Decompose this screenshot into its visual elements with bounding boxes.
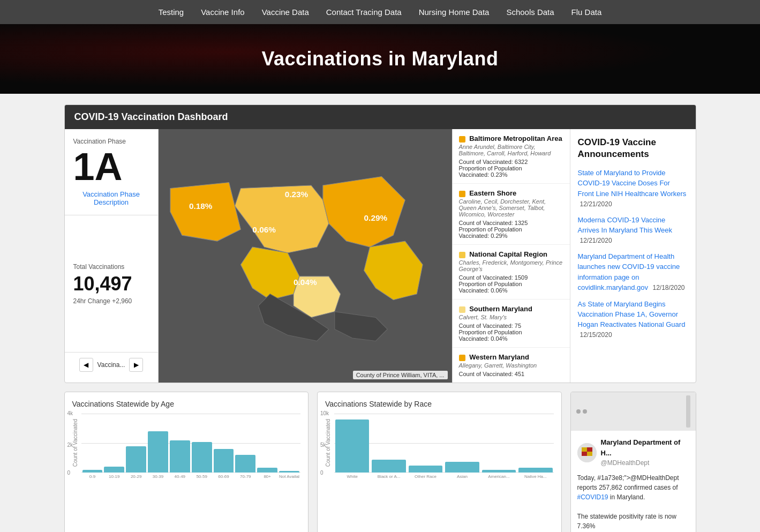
vaccination-phase-box: Vaccination Phase 1A Vaccination Phase D… — [65, 129, 158, 215]
age-x-label: 70-79 — [235, 474, 255, 479]
dashboard-body: Vaccination Phase 1A Vaccination Phase D… — [65, 129, 696, 383]
map-nav-controls: ◀ Vaccina... ▶ — [65, 352, 158, 377]
announcement-2-link[interactable]: Moderna COVID-19 Vaccine Arrives In Mary… — [578, 216, 673, 234]
announcement-1-date: 12/21/2020 — [580, 200, 612, 208]
age-bar — [148, 431, 168, 473]
race-x-label: Native Ha... — [518, 474, 552, 479]
nav-flu-data[interactable]: Flu Data — [571, 8, 602, 17]
region-panel: Baltimore Metropolitan Area Anne Arundel… — [452, 129, 570, 383]
age-y-2k: 2k — [67, 442, 73, 448]
age-bar — [257, 468, 277, 473]
social-account: Maryland Department of H... @MDHealthDep… — [577, 437, 689, 468]
region-ncr-icon — [459, 252, 465, 258]
announcement-1: State of Maryland to Provide COVID-19 Va… — [578, 168, 688, 208]
social-panel: Maryland Department of H... @MDHealthDep… — [570, 392, 696, 532]
age-bar — [170, 440, 190, 473]
dot-2 — [583, 409, 587, 414]
race-bar — [482, 470, 516, 473]
map-pct-western: 0.18% — [189, 201, 212, 211]
age-bar — [214, 449, 234, 473]
age-x-label: 30-39 — [148, 474, 168, 479]
race-x-label: American... — [482, 474, 516, 479]
race-chart-card: Vaccinations Statewide by Race Count of … — [317, 392, 562, 532]
race-bar — [372, 460, 405, 473]
region-western-md[interactable]: Western Maryland Allegany, Garrett, Wash… — [453, 348, 570, 383]
nav-schools[interactable]: Schools Data — [506, 8, 554, 17]
age-x-label: 60-69 — [214, 474, 234, 479]
map-pct-southern: 0.04% — [294, 278, 317, 287]
social-body: Maryland Department of H... @MDHealthDep… — [571, 431, 696, 532]
main-content: COVID-19 Vaccination Dashboard Vaccinati… — [59, 104, 702, 532]
prev-button[interactable]: ◀ — [79, 358, 93, 372]
dashboard-card: COVID-19 Vaccination Dashboard Vaccinati… — [64, 104, 696, 383]
nav-contact-tracing[interactable]: Contact Tracing Data — [326, 8, 402, 17]
region-southern-md[interactable]: Southern Maryland Calvert, St. Mary's Co… — [453, 299, 570, 348]
map-pct-central: 0.23% — [284, 190, 308, 199]
left-panel: Vaccination Phase 1A Vaccination Phase D… — [65, 129, 159, 383]
next-button[interactable]: ▶ — [129, 358, 143, 372]
race-chart-title: Vaccinations Statewide by Race — [325, 400, 554, 408]
announcements-panel: COVID-19 Vaccine Announcements State of … — [570, 129, 696, 383]
total-vaccinations-value: 10,497 — [73, 273, 149, 295]
age-bar — [192, 442, 212, 473]
announcement-3-date: 12/18/2020 — [652, 284, 684, 291]
vaccination-phase-link[interactable]: Vaccination Phase Description — [73, 190, 149, 206]
age-bar — [104, 467, 124, 473]
announcement-4-link[interactable]: As State of Maryland Begins Vaccination … — [578, 300, 686, 328]
total-vaccinations-box: Total Vaccinations 10,497 24hr Change +2… — [65, 215, 158, 352]
age-y-axis-label: Count of Vaccinated — [72, 419, 78, 467]
region-south-icon — [459, 306, 465, 313]
announcements-title: COVID-19 Vaccine Announcements — [578, 137, 688, 160]
map-pct-ncr: 0.06% — [252, 225, 276, 234]
age-x-label: 20-29 — [126, 474, 146, 479]
western-md-region[interactable] — [170, 183, 240, 242]
age-chart-title: Vaccinations Statewide by Age — [72, 400, 301, 408]
race-x-label: White — [335, 474, 369, 479]
social-dots — [576, 409, 587, 414]
region-balt-name: Baltimore Metropolitan Area — [459, 134, 563, 143]
region-west-icon — [459, 355, 465, 361]
hero-banner: Vaccinations in Maryland — [0, 24, 760, 94]
race-y-10k: 10k — [320, 410, 329, 416]
race-x-label: Other Race — [409, 474, 442, 479]
announcement-3: Maryland Department of Health launches n… — [578, 251, 688, 293]
age-x-label: Not Available — [279, 474, 299, 479]
region-baltimore-metro[interactable]: Baltimore Metropolitan Area Anne Arundel… — [453, 129, 570, 184]
social-name: Maryland Department of H... — [601, 437, 689, 458]
dashboard-header: COVID-19 Vaccination Dashboard — [65, 105, 696, 129]
nav-nursing-home[interactable]: Nursing Home Data — [419, 8, 490, 17]
nav-vaccine-info[interactable]: Vaccine Info — [201, 8, 244, 17]
nav-label: Vaccina... — [97, 361, 125, 369]
announcement-4: As State of Maryland Begins Vaccination … — [578, 299, 688, 340]
announcement-2: Moderna COVID-19 Vaccine Arrives In Mary… — [578, 215, 688, 245]
map-panel: 0.18% 0.23% 0.06% 0.29% 0.04% County of … — [159, 129, 452, 383]
hero-title: Vaccinations in Maryland — [261, 48, 498, 70]
age-bar — [126, 446, 146, 473]
region-ncr[interactable]: National Capital Region Charles, Frederi… — [453, 245, 570, 299]
social-tweet: Today, #1a73e8;">@MDHealthDept reports 2… — [577, 473, 689, 532]
total-vaccinations-change: 24hr Change +2,960 — [73, 297, 149, 305]
age-bar — [279, 471, 299, 473]
race-bar — [409, 466, 442, 473]
social-handle: @MDHealthDept — [601, 458, 689, 468]
nav-testing[interactable]: Testing — [159, 8, 184, 17]
social-scrollbar[interactable] — [686, 395, 690, 428]
maryland-map-svg: 0.18% 0.23% 0.06% 0.29% 0.04% — [159, 129, 452, 383]
main-nav: Testing Vaccine Info Vaccine Data Contac… — [0, 0, 760, 24]
total-vaccinations-label: Total Vaccinations — [73, 263, 149, 271]
age-x-label: 0-9 — [82, 474, 103, 479]
race-bar — [445, 462, 479, 473]
announcement-1-link[interactable]: State of Maryland to Provide COVID-19 Va… — [578, 169, 687, 197]
svg-rect-6 — [582, 452, 587, 456]
race-bar — [518, 468, 552, 473]
social-avatar — [577, 443, 597, 462]
region-east-name: Eastern Shore — [459, 189, 563, 197]
age-y-4k: 4k — [67, 410, 73, 416]
age-bar — [82, 470, 103, 473]
region-eastern-shore[interactable]: Eastern Shore Caroline, Cecil, Dorcheste… — [453, 184, 570, 245]
social-header-bar — [571, 392, 696, 431]
bottom-row: Vaccinations Statewide by Age Count of V… — [64, 392, 696, 532]
region-east-icon — [459, 191, 465, 197]
nav-vaccine-data[interactable]: Vaccine Data — [262, 8, 309, 17]
race-y-0: 0 — [320, 470, 323, 476]
